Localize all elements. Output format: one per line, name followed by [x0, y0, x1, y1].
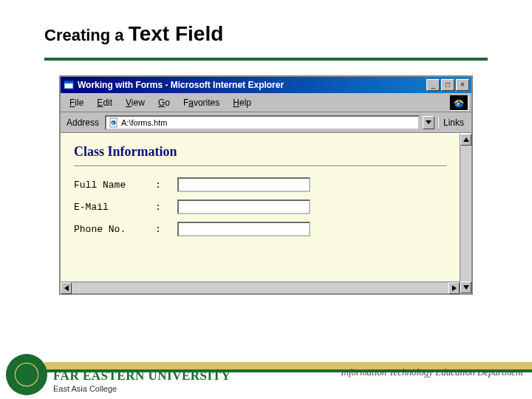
browser-window: Working with Forms - Microsoft Internet …: [59, 75, 473, 295]
colon: :: [155, 180, 177, 191]
minimize-button[interactable]: _: [426, 79, 440, 91]
chevron-down-icon: [426, 120, 432, 125]
input-email[interactable]: [177, 200, 310, 214]
input-fullname[interactable]: [177, 177, 310, 192]
slide-footer: Information Technology Education Departm…: [0, 362, 532, 399]
scroll-track[interactable]: [460, 146, 471, 282]
page-viewport: Class Information Full Name : E-Mail : P…: [61, 134, 460, 282]
label-fullname: Full Name: [74, 180, 155, 191]
window-controls: _ □ ×: [426, 79, 469, 91]
university-block: FAR EASTERN UNIVERSITY East Asia College: [53, 369, 231, 393]
menu-view[interactable]: View: [126, 98, 145, 108]
address-box[interactable]: e A:\forms.htm: [105, 115, 420, 130]
menu-favorites[interactable]: Favorites: [183, 98, 219, 108]
chevron-up-icon: [463, 137, 469, 142]
menu-edit[interactable]: Edit: [97, 98, 112, 108]
page-divider: [74, 166, 446, 167]
menu-go[interactable]: Go: [158, 98, 170, 108]
title-divider: [44, 58, 488, 61]
window-title: Working with Forms - Microsoft Internet …: [78, 80, 426, 90]
ie-logo-icon: e: [449, 95, 468, 111]
links-button[interactable]: Links: [437, 117, 468, 128]
menubar: File Edit View Go Favorites Help e: [61, 93, 471, 112]
address-dropdown-button[interactable]: [423, 116, 434, 129]
menu-help[interactable]: Help: [233, 98, 251, 108]
scroll-down-button[interactable]: [460, 282, 471, 293]
page-heading: Class Information: [74, 144, 446, 160]
titlebar: Working with Forms - Microsoft Internet …: [61, 77, 471, 93]
scroll-left-button[interactable]: [61, 282, 72, 294]
address-value: A:\forms.htm: [121, 118, 417, 127]
menu-file[interactable]: File: [69, 98, 83, 108]
svg-text:e: e: [112, 120, 115, 125]
label-phone: Phone No.: [74, 224, 155, 235]
label-email: E-Mail: [74, 202, 155, 213]
close-button[interactable]: ×: [456, 79, 469, 91]
chevron-left-icon: [64, 285, 69, 291]
colon: :: [155, 224, 177, 235]
title-main: Text Field: [129, 22, 224, 45]
row-email: E-Mail :: [74, 200, 446, 214]
addressbar: Address e A:\forms.htm Links: [61, 112, 471, 133]
scroll-track[interactable]: [72, 282, 449, 293]
row-phone: Phone No. :: [74, 222, 446, 236]
vertical-scrollbar[interactable]: [460, 134, 471, 293]
content-area: Class Information Full Name : E-Mail : P…: [61, 133, 471, 293]
maximize-button[interactable]: □: [441, 79, 454, 91]
address-label: Address: [64, 117, 102, 128]
chevron-right-icon: [452, 285, 457, 291]
colon: :: [155, 202, 177, 213]
horizontal-scrollbar[interactable]: [61, 282, 471, 293]
college-name: East Asia College: [53, 384, 231, 393]
title-prefix: Creating a: [44, 26, 129, 44]
svg-rect-1: [64, 81, 73, 83]
slide-title: Creating a Text Field: [0, 0, 532, 53]
input-phone[interactable]: [177, 222, 310, 236]
svg-text:e: e: [457, 100, 460, 107]
app-icon: [63, 79, 75, 91]
chevron-down-icon: [463, 285, 469, 290]
university-name: FAR EASTERN UNIVERSITY: [53, 369, 231, 383]
university-seal-icon: [6, 354, 47, 395]
scroll-right-button[interactable]: [449, 282, 460, 294]
row-fullname: Full Name :: [74, 177, 446, 192]
scroll-up-button[interactable]: [460, 134, 471, 146]
page-icon: e: [108, 117, 120, 129]
